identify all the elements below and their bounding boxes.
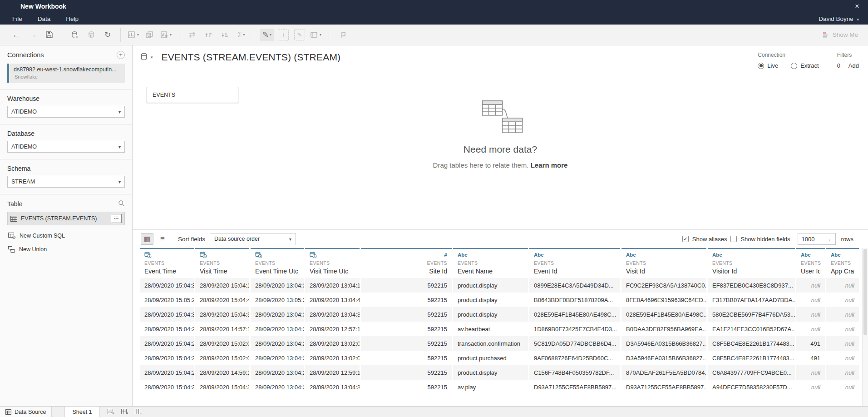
grid-view-button[interactable]: ▦	[141, 233, 153, 245]
sort-descending-icon[interactable]	[218, 29, 232, 41]
sheet1-tab[interactable]: Sheet 1	[64, 407, 99, 417]
column-header-site-id[interactable]: #EVENTSSite Id	[361, 248, 452, 278]
learn-more-link[interactable]: Learn more	[531, 161, 568, 169]
canvas-table-label: EVENTS	[153, 92, 175, 98]
new-worksheet-icon[interactable]: ▾	[127, 29, 140, 41]
column-header-event-time-utc[interactable]: EVENTSEvent Time Utc	[251, 248, 304, 278]
column-header-event-name[interactable]: AbcEVENTSEvent Name	[453, 248, 528, 278]
new-dashboard-button[interactable]	[118, 407, 132, 417]
new-union[interactable]: New Union	[7, 246, 125, 253]
scrollbar-thumb[interactable]	[863, 249, 867, 335]
table-cell: 28/09/2020 13:04:25	[251, 365, 304, 380]
table-cell: 580E2CBE569F7B4F76DA53...	[708, 307, 795, 322]
extract-label: Extract	[800, 62, 819, 69]
column-header-visitor-id[interactable]: AbcEVENTSVisitor Id	[708, 248, 795, 278]
filters-add-link[interactable]: Add	[848, 62, 859, 69]
save-icon[interactable]	[42, 29, 56, 41]
duplicate-sheet-icon[interactable]	[143, 29, 157, 41]
connection-item[interactable]: ds87982.eu-west-1.snowflakecomputin... S…	[7, 64, 125, 83]
row-limit-input[interactable]: 1000 →	[798, 233, 836, 245]
data-grid-section: ▦ ≡ Sort fields Data source order ▾ ✓ Sh…	[133, 229, 868, 406]
filters-label: Filters	[837, 52, 859, 58]
table-cell: FC9C2EF93C8A5A138740C0...	[621, 278, 706, 293]
database-select[interactable]: ATIDEMO ▾	[7, 141, 125, 153]
new-custom-sql[interactable]: New Custom SQL	[7, 233, 125, 239]
column-field-name: Event Time Utc	[255, 268, 299, 275]
table-preview-toggle[interactable]	[111, 214, 122, 223]
string-field-icon: Abc	[458, 251, 523, 259]
menu-data[interactable]: Data	[32, 14, 57, 24]
close-icon[interactable]: ×	[851, 2, 863, 10]
redo-icon[interactable]: →	[26, 29, 39, 41]
sort-fields-select[interactable]: Data source order ▾	[210, 233, 296, 245]
table-cell: null	[796, 278, 825, 293]
chevron-down-icon[interactable]: ▾	[151, 55, 153, 60]
string-field-icon: Abc	[534, 251, 616, 259]
highlight-icon[interactable]: ✎ ▾	[260, 29, 274, 41]
swap-rows-columns-icon[interactable]: ⇄	[185, 29, 199, 41]
table-cell: null	[796, 322, 825, 336]
chevron-down-icon: ▾	[118, 109, 121, 114]
menu-help[interactable]: Help	[60, 14, 84, 24]
table-cell: null	[826, 380, 859, 394]
table-cell: 28/09/2020 15:04:37	[195, 307, 249, 322]
new-worksheet-button[interactable]	[104, 407, 118, 417]
datetime-field-icon	[144, 251, 189, 259]
table-cell: C156F748B4F050359782DF...	[529, 365, 620, 380]
totals-icon[interactable]: Σ ▾	[234, 29, 248, 41]
pause-auto-updates-icon[interactable]	[84, 29, 98, 41]
table-cell: 28/09/2020 13:04:24	[251, 351, 304, 365]
table-cell: D93A71255CF55AE8BB5897...	[621, 380, 706, 394]
warehouse-select[interactable]: ATIDEMO ▾	[7, 106, 125, 118]
user-menu[interactable]: David Boyrie ▾	[819, 15, 862, 22]
format-borders-icon[interactable]: ▾	[309, 29, 323, 41]
new-data-source-icon[interactable]	[68, 29, 82, 41]
add-connection-button[interactable]: +	[117, 51, 125, 59]
table-cell: 028E59E4F1B45E80AE498C...	[529, 307, 620, 322]
warehouse-label: Warehouse	[7, 95, 125, 102]
apply-rows-icon[interactable]: →	[826, 236, 832, 243]
schema-select[interactable]: STREAM ▾	[7, 176, 125, 188]
row-limit-value: 1000	[802, 236, 815, 243]
search-icon[interactable]	[118, 200, 125, 208]
column-header-visit-time-utc[interactable]: EVENTSVisit Time Utc	[305, 248, 360, 278]
new-story-button[interactable]	[132, 407, 145, 417]
table-cell: 592215	[361, 307, 452, 322]
vertical-scrollbar[interactable]	[862, 248, 868, 406]
table-cell: 28/09/2020 12:57:19	[305, 322, 360, 336]
column-header-app-crash[interactable]: AbcEVENTSApp Crash	[826, 248, 859, 278]
canvas-table-events[interactable]: EVENTS	[147, 87, 238, 103]
menu-file[interactable]: File	[6, 14, 28, 24]
column-header-event-id[interactable]: AbcEVENTSEvent Id	[529, 248, 620, 278]
presentation-mode-icon[interactable]	[335, 29, 349, 41]
show-aliases-checkbox[interactable]: ✓	[682, 236, 689, 242]
annotation-icon[interactable]: ✎	[294, 30, 305, 40]
column-header-visit-id[interactable]: AbcEVENTSVisit Id	[621, 248, 706, 278]
table-cell: 491	[796, 336, 825, 351]
table-row: 28/09/2020 15:04:2328/09/2020 14:57:1928…	[140, 322, 868, 336]
metadata-view-button[interactable]: ≡	[156, 233, 169, 245]
show-me-button[interactable]: Show Me	[823, 31, 864, 38]
column-table-name: EVENTS	[801, 260, 820, 266]
data-source-icon[interactable]	[141, 53, 148, 62]
datasource-title[interactable]: EVENTS (STREAM.EVENTS) (STREAM)	[162, 52, 341, 63]
union-icon	[8, 246, 15, 253]
run-update-icon[interactable]: ↻	[101, 29, 114, 41]
text-label-icon[interactable]: T	[278, 30, 289, 40]
table-item-label: EVENTS (STREAM.EVENTS)	[21, 215, 97, 222]
live-radio[interactable]: Live	[758, 62, 778, 69]
clear-sheet-icon[interactable]: ▾	[159, 29, 173, 41]
column-field-name: Event Name	[458, 268, 523, 275]
sort-fields-value: Data source order	[214, 236, 260, 242]
string-field-icon: Abc	[626, 251, 702, 259]
column-header-event-time[interactable]: EVENTSEvent Time	[140, 248, 194, 278]
undo-icon[interactable]: ←	[10, 29, 23, 41]
show-hidden-fields-checkbox[interactable]	[730, 236, 737, 242]
column-header-user-id[interactable]: AbcEVENTSUser Id	[796, 248, 825, 278]
column-header-visit-time[interactable]: EVENTSVisit Time	[195, 248, 249, 278]
data-source-tab[interactable]: Data Source	[0, 407, 52, 417]
extract-radio[interactable]: Extract	[791, 62, 819, 69]
table-item-events[interactable]: EVENTS (STREAM.EVENTS)	[7, 212, 125, 225]
table-cell: 28/09/2020 13:02:06	[305, 351, 360, 365]
sort-ascending-icon[interactable]	[202, 29, 215, 41]
